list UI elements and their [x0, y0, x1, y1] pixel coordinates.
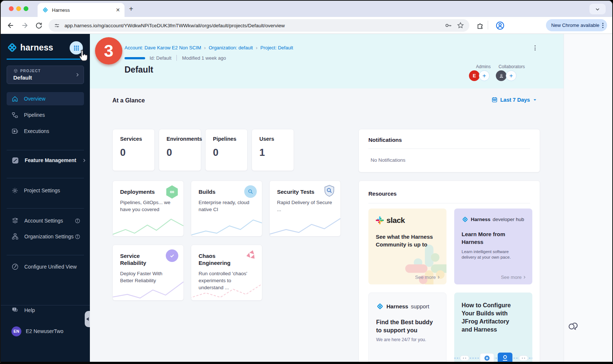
chevron-down-icon [595, 7, 600, 12]
browser-window: Harness ✕ + app.harness.io/ng/account/YW… [0, 0, 613, 364]
layers-gear-icon [11, 217, 19, 224]
module-card-service-reliability[interactable]: Service Reliability Deploy Faster With B… [112, 245, 184, 301]
breadcrumb-account-link[interactable]: Account: Dave Karow E2 Non SCIM [125, 45, 201, 50]
tab-search-button[interactable] [589, 4, 606, 14]
back-arrow-icon [7, 21, 15, 29]
bookmark-star-icon[interactable] [457, 22, 464, 29]
info-icon[interactable] [75, 234, 80, 239]
minimize-window-button[interactable] [16, 6, 21, 11]
sidebar-item-account-settings[interactable]: Account Settings [1, 214, 90, 227]
sidebar-item-overview[interactable]: Overview [7, 92, 84, 105]
sidebar-item-label: Organization Settings [24, 234, 74, 239]
module-card-chaos-engineering[interactable]: Chaos Engineering Run controlled 'chaos'… [191, 245, 262, 301]
resource-title: How to Configure Your Builds with JFrog … [462, 301, 521, 334]
feature-flags-icon [11, 157, 19, 164]
sidebar-item-label: Help [24, 307, 35, 313]
breadcrumb-separator: › [204, 45, 206, 50]
date-range-selector[interactable]: Last 7 Days [491, 97, 537, 103]
stat-card-pipelines[interactable]: Pipelines 0 [205, 129, 248, 171]
tab-close-icon[interactable]: ✕ [116, 7, 120, 13]
add-admin-button[interactable]: + [479, 70, 490, 81]
stat-card-users[interactable]: Users 1 [252, 129, 294, 171]
harness-favicon [42, 7, 49, 13]
password-key-icon[interactable] [444, 21, 452, 29]
resource-card-slack[interactable]: slack See what the Harness Community is … [368, 209, 446, 284]
sidebar-item-organization-settings[interactable]: Organization Settings [1, 230, 90, 243]
breadcrumb-org-link[interactable]: Organization: default [209, 45, 253, 50]
url-bar[interactable]: app.harness.io/ng/account/YWdkwNPiTceDUK… [49, 19, 469, 32]
resource-desc: We are here 24/7 for you. [376, 337, 439, 342]
forward-button[interactable] [20, 21, 29, 30]
breadcrumb-project-link[interactable]: Project: Default [260, 45, 293, 50]
sidebar-item-label: Pipelines [24, 112, 45, 118]
project-selector[interactable]: PROJECT Default [7, 66, 84, 84]
resource-card-support[interactable]: Harness support Find the Best buddy to s… [368, 293, 446, 364]
maximize-window-button[interactable] [24, 6, 28, 11]
sidebar-item-label: Configure Unified View [24, 264, 77, 270]
sidebar-item-pipelines[interactable]: Pipelines [1, 108, 90, 122]
see-more-link[interactable]: See more [501, 274, 526, 280]
project-label: PROJECT [20, 69, 41, 73]
page: harness PROJECT Default [1, 34, 612, 362]
project-id-text: Id: Default [150, 55, 171, 61]
sidebar-divider [7, 150, 84, 150]
see-more-label: See more [501, 274, 522, 280]
resources-title: Resources [368, 190, 397, 197]
profile-button[interactable] [495, 21, 505, 30]
svg-text:?: ? [14, 308, 15, 311]
brand-bold: Harness [386, 303, 408, 309]
stat-card-services[interactable]: Services 0 [112, 129, 155, 171]
notifications-panel: Notifications No Notifications [358, 129, 540, 172]
back-button[interactable] [6, 21, 15, 30]
collaborator-avatar[interactable] [496, 70, 507, 81]
browser-tab[interactable]: Harness ✕ [38, 3, 125, 17]
module-desc: Enterprise ready, cloud native CI [199, 199, 255, 213]
sidebar-item-executions[interactable]: Executions [1, 125, 90, 138]
module-card-deployments[interactable]: Deployments Pipelines, GitOps... we have… [112, 181, 184, 237]
admins-label: Admins [476, 64, 491, 69]
info-icon[interactable] [75, 218, 80, 224]
resource-desc: Learn intelligent software delivery at y… [462, 249, 522, 260]
sidebar-item-project-settings[interactable]: Project Settings [1, 184, 90, 197]
see-more-link[interactable]: See more [415, 274, 441, 280]
sidebar-item-feature-management[interactable]: Feature Management [1, 154, 90, 167]
extensions-button[interactable] [475, 21, 485, 30]
sidebar-accent-divider [7, 59, 84, 60]
sidebar-item-label: Executions [24, 128, 49, 134]
tab-strip: Harness ✕ + [1, 1, 612, 17]
sidebar: harness PROJECT Default [1, 34, 90, 362]
sidebar-item-help[interactable]: ? Help [1, 304, 90, 317]
user-name: E2 NewuserTwo [26, 328, 63, 334]
resource-card-developer-hub[interactable]: Harness developer hub Learn More from Ha… [454, 209, 532, 284]
tab-title: Harness [52, 7, 112, 13]
harness-logo-text: harness [20, 43, 53, 53]
header-menu-button[interactable] [535, 45, 536, 50]
resource-card-jfrog[interactable]: How to Configure Your Builds with JFrog … [454, 293, 532, 364]
meta-divider [176, 55, 177, 61]
gear-icon [11, 187, 18, 194]
reload-button[interactable] [34, 21, 43, 30]
browser-menu-icon[interactable] [602, 23, 603, 28]
notifications-empty-text: No Notifications [371, 157, 406, 163]
add-collaborator-button[interactable]: + [506, 70, 516, 81]
reliability-sparkline [113, 279, 183, 300]
slack-logo-icon [376, 216, 384, 224]
new-tab-button[interactable]: + [129, 5, 133, 13]
sidebar-divider [7, 178, 84, 178]
stat-card-environments[interactable]: Environments 0 [159, 129, 201, 171]
brand-bold: Harness [471, 217, 490, 222]
harness-diamond-icon [7, 42, 18, 53]
sidebar-item-configure-unified-view[interactable]: Configure Unified View [1, 260, 90, 273]
admin-avatar[interactable]: E [469, 70, 480, 81]
sidebar-item-label: Account Settings [24, 218, 63, 224]
module-card-builds[interactable]: Builds Enterprise ready, cloud native CI [191, 181, 262, 237]
sidebar-collapse-handle[interactable] [85, 311, 90, 327]
module-card-security-tests[interactable]: Security Tests Rapid Delivery of Secure … [269, 181, 341, 237]
close-window-button[interactable] [9, 6, 14, 11]
pipeline-diagram [454, 351, 532, 364]
chrome-update-pill[interactable]: New Chrome available [546, 19, 607, 31]
chat-help-button[interactable] [567, 321, 578, 332]
site-info-icon[interactable] [54, 22, 60, 29]
sidebar-user[interactable]: EN E2 NewuserTwo [1, 325, 90, 338]
resource-title: Learn More from Harness [462, 230, 513, 246]
